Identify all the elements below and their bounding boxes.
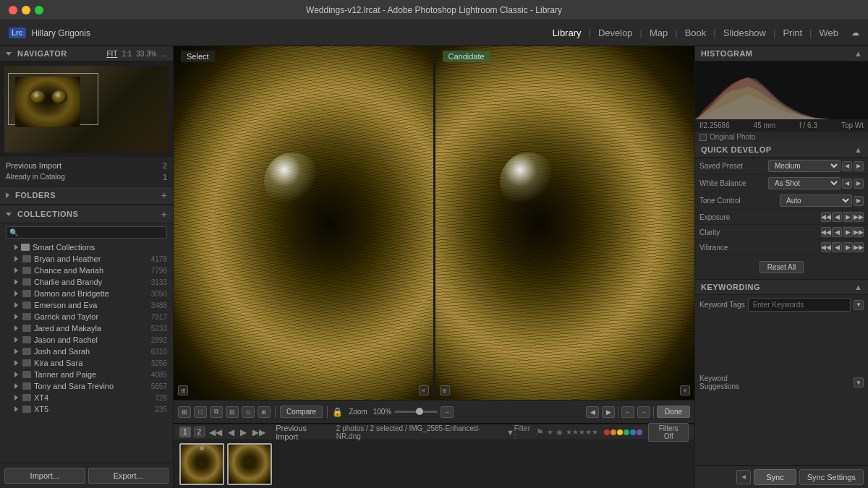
export-button[interactable]: Export...	[88, 468, 169, 484]
import-button[interactable]: Import...	[4, 468, 85, 484]
filters-off-button[interactable]: Filters Off	[648, 423, 689, 442]
module-slideshow[interactable]: Slideshow	[719, 26, 770, 40]
collection-garrick-taylor[interactable]: Garrick and Taylor 7917	[0, 311, 173, 322]
yellow-dot[interactable]	[617, 429, 623, 435]
people-btn[interactable]: ☺	[242, 406, 255, 418]
collection-charlie-brandy[interactable]: Charlie and Brandy 3133	[0, 276, 173, 288]
collection-tony-sara[interactable]: Tony and Sara Trevino 5657	[0, 380, 173, 392]
collection-jason-rachel[interactable]: Jason and Rachel 2892	[0, 334, 173, 346]
vibrance-step-r[interactable]: ▶	[843, 242, 853, 252]
module-book[interactable]: Book	[681, 26, 711, 40]
navigator-header[interactable]: Navigator FIT 1:1 33.3% ...	[0, 46, 173, 61]
tone-control-select[interactable]: Auto Manual	[780, 194, 852, 207]
cloud-icon[interactable]: ☁	[851, 28, 859, 38]
orange-dot[interactable]	[610, 429, 616, 435]
vibrance-step-rr[interactable]: ▶▶	[854, 242, 864, 252]
quick-develop-header[interactable]: Quick Develop ▲	[695, 142, 868, 158]
keywording-header[interactable]: Keywording ▲	[695, 280, 868, 295]
compare-button[interactable]: Compare	[280, 406, 323, 418]
star-filter[interactable]: ★	[547, 428, 553, 436]
loupe-btn[interactable]: □	[194, 406, 207, 418]
saved-preset-right[interactable]: ▶	[854, 161, 864, 171]
keyword-input[interactable]	[748, 298, 851, 312]
add-collection-icon[interactable]: +	[161, 208, 167, 220]
module-library[interactable]: Library	[548, 26, 586, 40]
clarity-step-ll[interactable]: ◀◀	[821, 227, 831, 237]
module-print[interactable]: Print	[778, 26, 807, 40]
white-balance-select[interactable]: As Shot Auto Daylight	[768, 177, 841, 189]
collections-header[interactable]: Collections +	[0, 205, 173, 223]
next-arrow[interactable]: ▶	[239, 427, 248, 437]
exp-step-rr[interactable]: ▶▶	[854, 212, 864, 222]
collection-damon-bridgette[interactable]: Damon and Bridgette 3050	[0, 288, 173, 299]
candidate-pane-close[interactable]: ×	[680, 385, 690, 395]
collection-xt4[interactable]: XT4 728	[0, 392, 173, 403]
tc-arrow[interactable]: ▶	[854, 196, 864, 206]
collection-josh-sarah[interactable]: Josh and Sarah 6310	[0, 346, 173, 357]
film-thumb-1[interactable]	[179, 443, 224, 485]
pane-ctrl-grid-r[interactable]: ⊞	[440, 385, 450, 395]
histogram-header[interactable]: Histogram ▲	[695, 46, 868, 61]
collection-bryan-heather[interactable]: Bryan and Heather 4178	[0, 253, 173, 265]
compare-view-btn[interactable]: ⧉	[210, 406, 223, 418]
module-web[interactable]: Web	[815, 26, 843, 40]
next-page-arrow[interactable]: ▶▶	[251, 427, 267, 437]
zoom-100[interactable]: 1:1	[122, 50, 132, 58]
collection-chance-mariah[interactable]: Chance and Mariah 7798	[0, 265, 173, 276]
exp-step-ll[interactable]: ◀◀	[821, 212, 831, 222]
collection-tanner-paige[interactable]: Tanner and Paige 4085	[0, 369, 173, 380]
zoom-thumb[interactable]	[416, 408, 423, 415]
exp-step-l[interactable]: ◀	[832, 212, 842, 222]
flag-prev-btn[interactable]: ◀	[586, 406, 599, 418]
pane-ctrl-grid[interactable]: ⊞	[178, 385, 188, 395]
module-map[interactable]: Map	[645, 26, 672, 40]
minimize-button[interactable]	[22, 6, 30, 14]
blue-dot[interactable]	[630, 429, 636, 435]
arrow-left-btn[interactable]: ←	[621, 406, 634, 418]
saved-preset-left[interactable]: ◀	[842, 161, 852, 171]
purple-dot[interactable]	[637, 429, 642, 435]
clarity-step-rr[interactable]: ▶▶	[854, 227, 864, 237]
vibrance-step-l[interactable]: ◀	[832, 242, 842, 252]
module-develop[interactable]: Develop	[594, 26, 637, 40]
flag-next-btn[interactable]: ▶	[602, 406, 615, 418]
zoom-33[interactable]: 33.3%	[136, 50, 156, 58]
folders-header[interactable]: Folders +	[0, 187, 173, 205]
zoom-fit[interactable]: FIT	[106, 50, 117, 58]
clarity-step-r[interactable]: ▶	[843, 227, 853, 237]
color-filter[interactable]: ◉	[556, 428, 563, 436]
filename-dropdown[interactable]: ▼	[506, 428, 514, 437]
red-dot[interactable]	[604, 429, 610, 435]
select-pane-close[interactable]: ×	[419, 385, 429, 395]
collection-xt5[interactable]: XT5 235	[0, 403, 173, 415]
wb-left[interactable]: ◀	[842, 179, 852, 189]
film-thumb-2[interactable]	[227, 443, 272, 485]
prev-arrow[interactable]: ◀	[226, 427, 236, 437]
collection-emerson-eva[interactable]: Emerson and Eva 3488	[0, 299, 173, 311]
vibrance-step-ll[interactable]: ◀◀	[821, 242, 831, 252]
survey-btn[interactable]: ⊟	[226, 406, 239, 418]
zoom-more[interactable]: ...	[161, 50, 167, 58]
close-button[interactable]	[9, 6, 17, 14]
star-ratings[interactable]: ★★★★★	[566, 428, 598, 436]
keyword-expand[interactable]: ▼	[854, 300, 864, 310]
wb-right[interactable]: ▶	[854, 179, 864, 189]
green-dot[interactable]	[624, 429, 629, 435]
sync-settings-button[interactable]: Sync Settings	[799, 469, 864, 485]
saved-preset-select[interactable]: Medium None High	[768, 160, 841, 172]
collection-jared-makayla[interactable]: Jared and Makayla 5233	[0, 322, 173, 334]
clarity-step-l[interactable]: ◀	[832, 227, 842, 237]
collections-search-input[interactable]	[21, 228, 163, 236]
map-view-btn[interactable]: ⊕	[258, 406, 271, 418]
reset-all-button[interactable]: Reset All	[760, 261, 804, 273]
page-1[interactable]: 1	[179, 427, 191, 437]
prev-import-row[interactable]: Previous Import 2	[6, 160, 167, 171]
done-button[interactable]: Done	[657, 406, 690, 418]
sync-button[interactable]: Sync	[754, 469, 796, 485]
flag-filter[interactable]: ⚑	[536, 427, 544, 437]
collection-kira-sara[interactable]: Kira and Sara 3256	[0, 357, 173, 369]
zoom-slider[interactable]	[394, 411, 438, 413]
exp-step-r[interactable]: ▶	[843, 212, 853, 222]
original-photo-checkbox[interactable]	[699, 134, 707, 141]
prev-page-arrow[interactable]: ◀◀	[208, 427, 224, 437]
